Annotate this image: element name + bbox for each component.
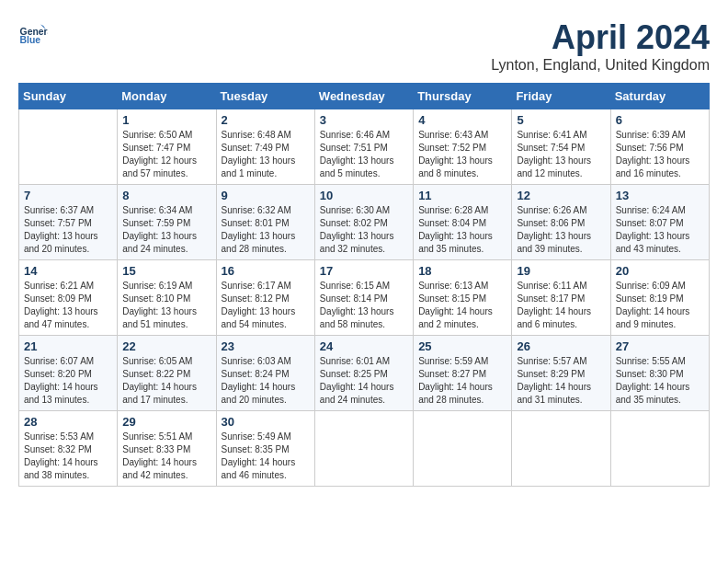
- day-number: 29: [122, 415, 210, 429]
- day-number: 16: [222, 264, 310, 278]
- calendar-week-row: 7Sunrise: 6:37 AM Sunset: 7:57 PM Daylig…: [19, 185, 710, 260]
- calendar-body: 1Sunrise: 6:50 AM Sunset: 7:47 PM Daylig…: [19, 109, 710, 487]
- calendar-day-cell: 17Sunrise: 6:15 AM Sunset: 8:14 PM Dayli…: [314, 260, 413, 336]
- calendar-day-cell: 18Sunrise: 6:13 AM Sunset: 8:15 PM Dayli…: [414, 260, 512, 336]
- day-number: 21: [24, 339, 112, 353]
- calendar-day-cell: 28Sunrise: 5:53 AM Sunset: 8:32 PM Dayli…: [19, 411, 118, 487]
- day-number: 10: [320, 189, 408, 202]
- calendar-day-cell: 25Sunrise: 5:59 AM Sunset: 8:27 PM Dayli…: [414, 336, 512, 411]
- day-number: 6: [616, 113, 704, 127]
- day-info: Sunrise: 6:21 AM Sunset: 8:09 PM Dayligh…: [24, 280, 112, 331]
- weekday-header-cell: Thursday: [414, 84, 512, 109]
- day-number: 12: [517, 189, 605, 202]
- page-header: General Blue April 2024 Lynton, England,…: [18, 18, 710, 74]
- calendar-week-row: 1Sunrise: 6:50 AM Sunset: 7:47 PM Daylig…: [19, 109, 710, 185]
- day-number: 1: [122, 113, 210, 127]
- weekday-header-cell: Tuesday: [216, 84, 314, 109]
- calendar-day-cell: 30Sunrise: 5:49 AM Sunset: 8:35 PM Dayli…: [216, 411, 314, 487]
- location: Lynton, England, United Kingdom: [491, 57, 710, 74]
- day-number: 27: [616, 339, 704, 353]
- calendar-day-cell: 12Sunrise: 6:26 AM Sunset: 8:06 PM Dayli…: [512, 185, 610, 260]
- day-info: Sunrise: 6:50 AM Sunset: 7:47 PM Dayligh…: [122, 129, 210, 180]
- day-info: Sunrise: 5:59 AM Sunset: 8:27 PM Dayligh…: [418, 355, 506, 407]
- day-number: 7: [24, 189, 112, 202]
- day-info: Sunrise: 6:01 AM Sunset: 8:25 PM Dayligh…: [320, 355, 408, 407]
- calendar-week-row: 21Sunrise: 6:07 AM Sunset: 8:20 PM Dayli…: [19, 336, 710, 411]
- weekday-header-cell: Friday: [512, 84, 610, 109]
- day-number: 15: [122, 264, 210, 278]
- day-number: 2: [222, 113, 310, 127]
- month-title: April 2024: [491, 18, 710, 57]
- calendar-day-cell: 5Sunrise: 6:41 AM Sunset: 7:54 PM Daylig…: [512, 109, 610, 185]
- calendar-day-cell: 2Sunrise: 6:48 AM Sunset: 7:49 PM Daylig…: [216, 109, 314, 185]
- weekday-header-cell: Sunday: [19, 84, 118, 109]
- day-number: 24: [320, 339, 408, 353]
- day-info: Sunrise: 6:19 AM Sunset: 8:10 PM Dayligh…: [122, 280, 210, 331]
- calendar-day-cell: [19, 109, 118, 185]
- day-number: 19: [517, 264, 605, 278]
- day-info: Sunrise: 6:24 AM Sunset: 8:07 PM Dayligh…: [616, 204, 704, 256]
- day-info: Sunrise: 6:17 AM Sunset: 8:12 PM Dayligh…: [222, 280, 310, 331]
- day-info: Sunrise: 6:05 AM Sunset: 8:22 PM Dayligh…: [122, 355, 210, 407]
- calendar-day-cell: [512, 411, 610, 487]
- calendar-day-cell: 7Sunrise: 6:37 AM Sunset: 7:57 PM Daylig…: [19, 185, 118, 260]
- day-number: 22: [122, 339, 210, 353]
- day-number: 26: [517, 339, 605, 353]
- day-info: Sunrise: 6:28 AM Sunset: 8:04 PM Dayligh…: [418, 204, 506, 256]
- calendar-day-cell: 14Sunrise: 6:21 AM Sunset: 8:09 PM Dayli…: [19, 260, 118, 336]
- calendar-day-cell: 21Sunrise: 6:07 AM Sunset: 8:20 PM Dayli…: [19, 336, 118, 411]
- calendar-day-cell: 24Sunrise: 6:01 AM Sunset: 8:25 PM Dayli…: [314, 336, 413, 411]
- weekday-header-cell: Monday: [118, 84, 216, 109]
- svg-text:Blue: Blue: [20, 35, 41, 45]
- calendar-week-row: 14Sunrise: 6:21 AM Sunset: 8:09 PM Dayli…: [19, 260, 710, 336]
- day-info: Sunrise: 6:13 AM Sunset: 8:15 PM Dayligh…: [418, 280, 506, 331]
- day-info: Sunrise: 6:46 AM Sunset: 7:51 PM Dayligh…: [320, 129, 408, 180]
- calendar-day-cell: 26Sunrise: 5:57 AM Sunset: 8:29 PM Dayli…: [512, 336, 610, 411]
- day-number: 9: [222, 189, 310, 202]
- day-number: 18: [418, 264, 506, 278]
- day-number: 17: [320, 264, 408, 278]
- day-info: Sunrise: 5:51 AM Sunset: 8:33 PM Dayligh…: [122, 431, 210, 482]
- day-info: Sunrise: 6:09 AM Sunset: 8:19 PM Dayligh…: [616, 280, 704, 331]
- day-number: 20: [616, 264, 704, 278]
- weekday-header-row: SundayMondayTuesdayWednesdayThursdayFrid…: [19, 84, 710, 109]
- day-number: 28: [24, 415, 112, 429]
- calendar-week-row: 28Sunrise: 5:53 AM Sunset: 8:32 PM Dayli…: [19, 411, 710, 487]
- calendar-day-cell: 15Sunrise: 6:19 AM Sunset: 8:10 PM Dayli…: [118, 260, 216, 336]
- day-info: Sunrise: 6:03 AM Sunset: 8:24 PM Dayligh…: [222, 355, 310, 407]
- calendar-day-cell: 1Sunrise: 6:50 AM Sunset: 7:47 PM Daylig…: [118, 109, 216, 185]
- day-info: Sunrise: 5:49 AM Sunset: 8:35 PM Dayligh…: [222, 431, 310, 482]
- day-info: Sunrise: 6:07 AM Sunset: 8:20 PM Dayligh…: [24, 355, 112, 407]
- calendar-day-cell: 9Sunrise: 6:32 AM Sunset: 8:01 PM Daylig…: [216, 185, 314, 260]
- day-number: 25: [418, 339, 506, 353]
- calendar-table: SundayMondayTuesdayWednesdayThursdayFrid…: [18, 83, 710, 487]
- calendar-day-cell: 29Sunrise: 5:51 AM Sunset: 8:33 PM Dayli…: [118, 411, 216, 487]
- calendar-day-cell: 6Sunrise: 6:39 AM Sunset: 7:56 PM Daylig…: [610, 109, 709, 185]
- weekday-header-cell: Wednesday: [314, 84, 413, 109]
- day-number: 23: [222, 339, 310, 353]
- calendar-day-cell: 11Sunrise: 6:28 AM Sunset: 8:04 PM Dayli…: [414, 185, 512, 260]
- calendar-day-cell: 8Sunrise: 6:34 AM Sunset: 7:59 PM Daylig…: [118, 185, 216, 260]
- day-info: Sunrise: 6:37 AM Sunset: 7:57 PM Dayligh…: [24, 204, 112, 256]
- calendar-day-cell: 16Sunrise: 6:17 AM Sunset: 8:12 PM Dayli…: [216, 260, 314, 336]
- day-info: Sunrise: 6:26 AM Sunset: 8:06 PM Dayligh…: [517, 204, 605, 256]
- day-number: 5: [517, 113, 605, 127]
- title-area: April 2024 Lynton, England, United Kingd…: [491, 18, 710, 74]
- day-info: Sunrise: 6:32 AM Sunset: 8:01 PM Dayligh…: [222, 204, 310, 256]
- calendar-day-cell: 23Sunrise: 6:03 AM Sunset: 8:24 PM Dayli…: [216, 336, 314, 411]
- day-info: Sunrise: 6:43 AM Sunset: 7:52 PM Dayligh…: [418, 129, 506, 180]
- day-info: Sunrise: 6:15 AM Sunset: 8:14 PM Dayligh…: [320, 280, 408, 331]
- logo-icon: General Blue: [18, 18, 48, 48]
- day-info: Sunrise: 5:57 AM Sunset: 8:29 PM Dayligh…: [517, 355, 605, 407]
- day-info: Sunrise: 6:30 AM Sunset: 8:02 PM Dayligh…: [320, 204, 408, 256]
- day-number: 11: [418, 189, 506, 202]
- logo: General Blue: [18, 18, 48, 48]
- calendar-day-cell: 4Sunrise: 6:43 AM Sunset: 7:52 PM Daylig…: [414, 109, 512, 185]
- day-number: 4: [418, 113, 506, 127]
- calendar-day-cell: 19Sunrise: 6:11 AM Sunset: 8:17 PM Dayli…: [512, 260, 610, 336]
- day-info: Sunrise: 6:39 AM Sunset: 7:56 PM Dayligh…: [616, 129, 704, 180]
- weekday-header-cell: Saturday: [610, 84, 709, 109]
- day-info: Sunrise: 6:34 AM Sunset: 7:59 PM Dayligh…: [122, 204, 210, 256]
- day-number: 8: [122, 189, 210, 202]
- day-info: Sunrise: 6:41 AM Sunset: 7:54 PM Dayligh…: [517, 129, 605, 180]
